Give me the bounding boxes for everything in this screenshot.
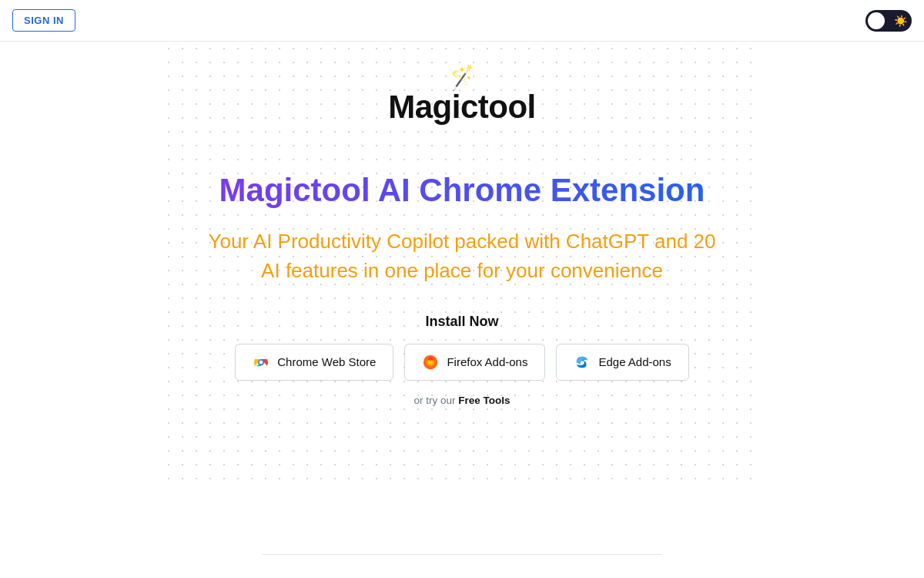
chrome-icon bbox=[253, 354, 270, 371]
hero-title: Magictool AI Chrome Extension bbox=[200, 172, 724, 209]
chrome-install-button[interactable]: Chrome Web Store bbox=[235, 344, 393, 381]
logo-area: 🪄 Magictool bbox=[388, 65, 536, 126]
sign-in-button[interactable]: SIGN IN bbox=[12, 9, 75, 32]
bottom-divider bbox=[262, 554, 662, 555]
logo-icon: 🪄 bbox=[447, 62, 477, 92]
install-buttons: Chrome Web Store Firefox Add-ons Edge bbox=[200, 344, 724, 381]
logo-text: Magictool bbox=[388, 89, 536, 126]
svg-point-3 bbox=[259, 360, 263, 364]
firefox-install-button[interactable]: Firefox Add-ons bbox=[404, 344, 545, 381]
sun-icon: ☀️ bbox=[894, 15, 907, 27]
header: SIGN IN ☀️ bbox=[0, 0, 924, 42]
edge-button-label: Edge Add-ons bbox=[598, 355, 671, 368]
theme-toggle[interactable]: ☀️ bbox=[865, 10, 912, 32]
free-tools-prefix: or try our bbox=[413, 395, 458, 406]
toggle-knob bbox=[868, 12, 885, 29]
chrome-button-label: Chrome Web Store bbox=[277, 355, 376, 368]
firefox-button-label: Firefox Add-ons bbox=[447, 355, 527, 368]
free-tools-section: or try our Free Tools bbox=[200, 395, 724, 406]
hero-subtitle: Your AI Productivity Copilot packed with… bbox=[200, 227, 724, 285]
hero-section: Magictool AI Chrome Extension Your AI Pr… bbox=[185, 141, 739, 429]
install-label: Install Now bbox=[200, 314, 724, 330]
free-tools-link[interactable]: Free Tools bbox=[458, 395, 510, 406]
firefox-icon bbox=[422, 354, 439, 371]
main-content: 🪄 Magictool Magictool AI Chrome Extensio… bbox=[0, 42, 924, 429]
edge-install-button[interactable]: Edge Add-ons bbox=[556, 344, 688, 381]
edge-icon bbox=[574, 354, 591, 371]
